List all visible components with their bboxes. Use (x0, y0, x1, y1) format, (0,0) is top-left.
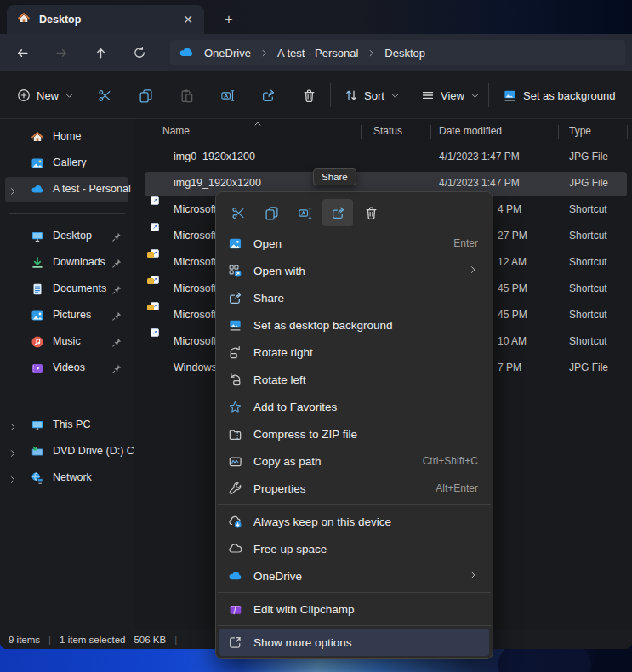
menu-item-show-more-options[interactable]: Show more options (219, 629, 489, 656)
column-divider[interactable] (361, 125, 362, 139)
sidebar-item-home[interactable]: Home (5, 124, 128, 150)
pin-icon (111, 257, 122, 272)
shortcut-overlay-icon: ↗ (151, 196, 159, 205)
menu-item-open-with[interactable]: Open with (219, 257, 489, 284)
copy-icon (265, 206, 279, 220)
copy-as-path-icon (227, 454, 242, 469)
dvd-drive-icon (31, 445, 44, 458)
menu-item-rotate-right[interactable]: Rotate right (219, 339, 489, 366)
menu-item-copy-as-path[interactable]: Copy as path Ctrl+Shift+C (219, 447, 489, 475)
column-header-type[interactable]: Type (569, 125, 591, 137)
share-icon-button[interactable] (322, 199, 353, 226)
share-button[interactable] (253, 83, 282, 108)
rename-icon-button[interactable] (289, 199, 320, 226)
menu-item-set-as-desktop-background[interactable]: Set as desktop background (219, 311, 489, 339)
picture-icon (503, 88, 517, 103)
navigation-pane: Home Gallery A test - Personal (0, 119, 134, 629)
menu-shortcut: Enter (453, 237, 478, 249)
paste-button[interactable] (172, 83, 201, 108)
menu-item-edit-with-clipchamp[interactable]: Edit with Clipchamp (219, 595, 489, 623)
submenu-chevron-icon (468, 570, 478, 583)
clipchamp-icon (227, 602, 242, 617)
edge-shortcut-icon: ↗ (152, 230, 167, 244)
pin-icon (111, 310, 122, 325)
menu-item-properties[interactable]: Properties Alt+Enter (219, 475, 489, 502)
breadcrumb-a-test-personal[interactable]: A test - Personal (272, 45, 363, 61)
sidebar-item-documents[interactable]: Documents (5, 276, 128, 302)
sidebar-item-music[interactable]: Music (5, 329, 128, 355)
sidebar-item-network[interactable]: Network (5, 465, 128, 491)
sidebar-item-gallery[interactable]: Gallery (5, 151, 128, 176)
sort-button[interactable]: Sort (337, 83, 407, 108)
sidebar-item-videos[interactable]: Videos (5, 356, 128, 381)
rotate-left-icon (227, 373, 242, 387)
plus-circle-icon (17, 88, 31, 102)
menu-item-onedrive[interactable]: OneDrive (219, 562, 489, 589)
file-name: img0_1920x1200 (174, 151, 255, 162)
new-button[interactable]: New (9, 83, 83, 108)
file-type: Shortcut (569, 309, 607, 321)
am-badge (147, 278, 154, 284)
toolbar-divider (83, 83, 83, 107)
column-header-status[interactable]: Status (373, 125, 402, 137)
sidebar-item-dvd-drive[interactable]: DVD Drive (D:) CCC (5, 439, 128, 464)
sidebar-item-desktop[interactable]: Desktop (5, 224, 128, 249)
star-icon (227, 400, 242, 414)
home-icon (31, 130, 44, 144)
menu-item-rotate-left[interactable]: Rotate left (219, 366, 489, 393)
copy-button[interactable] (131, 83, 160, 108)
chevron-right-icon[interactable] (8, 473, 18, 488)
refresh-button[interactable] (127, 40, 152, 65)
chevron-right-icon[interactable] (8, 447, 18, 462)
view-button-label: View (441, 89, 464, 102)
cut-button[interactable] (90, 83, 119, 108)
menu-item-add-to-favorites[interactable]: Add to Favorites (219, 393, 489, 420)
chevron-right-icon[interactable] (8, 185, 18, 200)
new-button-label: New (37, 89, 59, 102)
menu-item-always-keep-on-device[interactable]: Always keep on this device (219, 508, 489, 535)
rename-button[interactable] (213, 83, 242, 108)
breadcrumb-onedrive[interactable]: OneDrive (199, 45, 256, 61)
tab-desktop[interactable]: Desktop ✕ (7, 5, 204, 34)
delete-icon-button[interactable] (356, 199, 386, 226)
column-header-row: Name Status Date modified Type (134, 119, 632, 145)
menu-item-open[interactable]: Open Enter (219, 230, 489, 257)
file-date-modified: 4/1/2023 1:47 PM (439, 177, 520, 189)
breadcrumb-desktop[interactable]: Desktop (379, 45, 430, 61)
status-divider: | (174, 635, 177, 645)
sidebar-item-pictures[interactable]: Pictures (5, 303, 128, 328)
new-tab-button[interactable]: + (218, 9, 240, 30)
copy-icon-button[interactable] (256, 199, 287, 226)
column-divider[interactable] (627, 125, 628, 139)
sidebar-item-downloads[interactable]: Downloads (5, 250, 128, 276)
file-type: Shortcut (569, 203, 607, 215)
sidebar-item-a-test-personal[interactable]: A test - Personal (5, 177, 128, 202)
show-more-options-icon (227, 635, 242, 650)
music-icon (31, 335, 44, 349)
share-icon (331, 206, 345, 220)
scissors-icon (231, 206, 246, 220)
submenu-chevron-icon (468, 265, 478, 277)
set-as-background-button[interactable]: Set as background (495, 83, 623, 108)
cut-icon-button[interactable] (223, 199, 253, 226)
forward-button[interactable] (48, 40, 74, 65)
selection-count: 1 item selected (60, 635, 125, 645)
view-button[interactable]: View (413, 83, 487, 108)
menu-shortcut: Ctrl+Shift+C (423, 455, 478, 467)
up-button[interactable] (88, 40, 113, 65)
file-row[interactable]: img0_1920x1200 4/1/2023 1:47 PM JPG File (134, 145, 632, 171)
chevron-right-icon[interactable] (8, 420, 18, 436)
column-divider[interactable] (430, 125, 431, 139)
menu-item-share[interactable]: Share (219, 284, 489, 311)
column-header-date-modified[interactable]: Date modified (439, 125, 502, 137)
column-divider[interactable] (558, 125, 559, 139)
menu-item-compress-to-zip[interactable]: Compress to ZIP file (219, 420, 489, 447)
back-button[interactable] (9, 40, 35, 65)
delete-button[interactable] (294, 83, 323, 108)
sidebar-item-this-pc[interactable]: This PC (5, 413, 128, 438)
column-header-name[interactable]: Name (162, 125, 190, 137)
file-type: Shortcut (569, 230, 607, 242)
menu-item-free-up-space[interactable]: Free up space (219, 535, 489, 562)
tab-close-icon[interactable]: ✕ (179, 10, 197, 29)
pin-icon (111, 362, 122, 378)
